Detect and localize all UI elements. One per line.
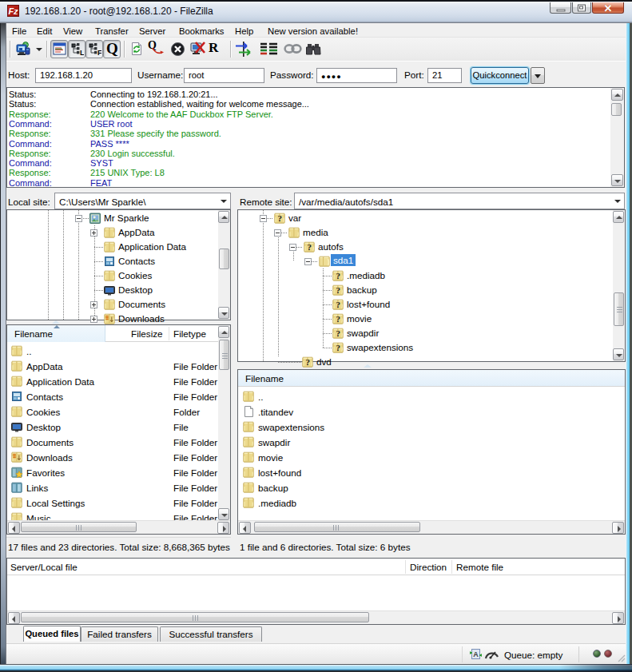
svg-text:A: A (473, 650, 479, 658)
svg-text:F: F (97, 49, 101, 56)
svg-text:L: L (80, 49, 84, 56)
